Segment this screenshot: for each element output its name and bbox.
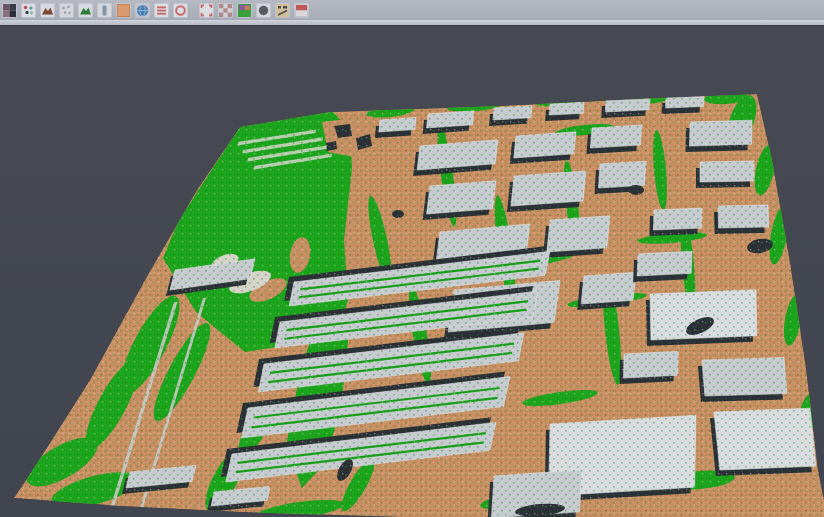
classification-map-icon [238,4,251,17]
toolbar-separator [0,20,824,26]
toolbar-button-orthophoto[interactable] [116,3,131,18]
target-icon [174,4,187,17]
attribute-table-icon [155,4,168,17]
toolbar-button-points[interactable] [2,3,17,18]
dsm-icon [41,4,54,17]
toolbar-button-classify[interactable] [21,3,36,18]
points-icon [3,4,16,17]
orthophoto-icon [117,4,130,17]
terrain-model [0,27,824,517]
toolbar-button-mesh[interactable] [256,3,271,18]
toolbar-button-extent[interactable] [199,3,214,18]
globe-icon [136,4,149,17]
toolbar-button-dtm[interactable] [78,3,93,18]
toolbar-button-globe[interactable] [135,3,150,18]
dtm-icon [79,4,92,17]
toolbar-button-dsm[interactable] [40,3,55,18]
flag-icon [295,4,308,17]
toolbar-button-sparse-cloud[interactable] [59,3,74,18]
speckle-overlay [0,27,824,517]
toolbar-button-target[interactable] [173,3,188,18]
toolbar-button-flag[interactable] [294,3,309,18]
report-icon [276,4,289,17]
viewport-3d[interactable] [0,27,824,517]
toolbar [0,0,824,20]
toolbar-button-mask[interactable] [218,3,233,18]
pointcloud-scene [0,27,824,517]
profile-icon [98,4,111,17]
application-window [0,0,824,517]
extent-icon [200,4,213,17]
toolbar-button-classification-map[interactable] [237,3,252,18]
toolbar-button-attribute-table[interactable] [154,3,169,18]
toolbar-button-report[interactable] [275,3,290,18]
mask-icon [219,4,232,17]
sparse-cloud-icon [60,4,73,17]
mesh-icon [257,4,270,17]
classify-icon [22,4,35,17]
toolbar-button-profile[interactable] [97,3,112,18]
